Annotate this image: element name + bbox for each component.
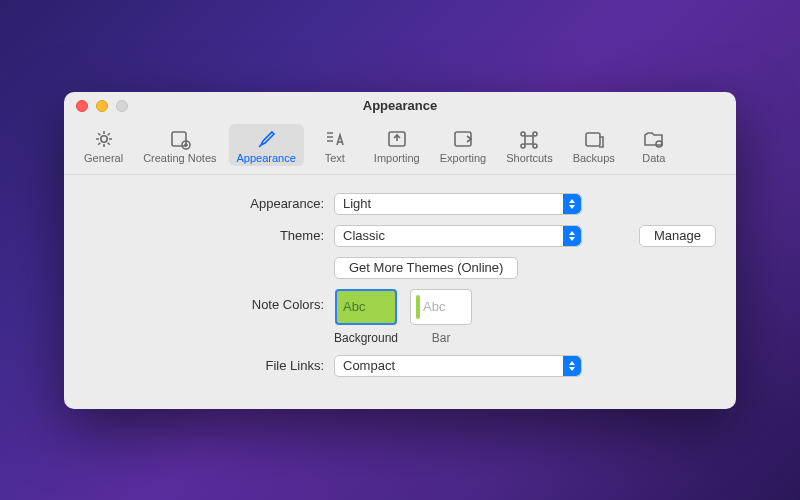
select-value: Classic: [343, 228, 385, 243]
svg-point-0: [100, 135, 106, 141]
tab-label: Creating Notes: [143, 152, 216, 164]
tab-backups[interactable]: Backups: [565, 124, 623, 166]
note-color-swatches: Abc Background Abc Bar: [334, 289, 706, 345]
note-plus-icon: [168, 128, 192, 150]
tab-creating-notes[interactable]: Creating Notes: [135, 124, 224, 166]
svg-point-7: [521, 144, 525, 148]
tab-label: Shortcuts: [506, 152, 552, 164]
tab-shortcuts[interactable]: Shortcuts: [498, 124, 560, 166]
appearance-label: Appearance:: [84, 196, 324, 211]
appearance-select[interactable]: Light: [334, 193, 582, 215]
select-value: Compact: [343, 358, 395, 373]
tab-label: Importing: [374, 152, 420, 164]
svg-point-10: [656, 141, 662, 147]
text-icon: [323, 128, 347, 150]
bar-color-swatch[interactable]: Abc: [410, 289, 472, 325]
tab-exporting[interactable]: Exporting: [432, 124, 494, 166]
theme-label: Theme:: [84, 228, 324, 243]
theme-select[interactable]: Classic: [334, 225, 582, 247]
swatch-label-background: Background: [334, 331, 398, 345]
backup-icon: [582, 128, 606, 150]
chevron-up-down-icon: [563, 226, 581, 246]
svg-point-8: [533, 144, 537, 148]
tab-importing[interactable]: Importing: [366, 124, 428, 166]
tab-label: General: [84, 152, 123, 164]
tab-label: Appearance: [237, 152, 296, 164]
paintbrush-icon: [254, 128, 278, 150]
select-value: Light: [343, 196, 371, 211]
note-colors-label: Note Colors:: [84, 289, 324, 312]
tab-appearance[interactable]: Appearance: [229, 124, 304, 166]
chevron-up-down-icon: [563, 356, 581, 376]
file-links-select[interactable]: Compact: [334, 355, 582, 377]
svg-point-6: [533, 132, 537, 136]
import-icon: [385, 128, 409, 150]
tab-label: Backups: [573, 152, 615, 164]
command-icon: [517, 128, 541, 150]
tab-text[interactable]: Text: [308, 124, 362, 166]
swatch-sample: Abc: [343, 299, 365, 314]
folder-gear-icon: [642, 128, 666, 150]
svg-rect-1: [172, 132, 186, 146]
tab-data[interactable]: Data: [627, 124, 681, 166]
file-links-label: File Links:: [84, 358, 324, 373]
window-title: Appearance: [64, 98, 736, 113]
chevron-up-down-icon: [563, 194, 581, 214]
manage-themes-button[interactable]: Manage: [639, 225, 716, 247]
swatch-sample: Abc: [423, 299, 445, 314]
svg-rect-9: [586, 133, 600, 146]
export-icon: [451, 128, 475, 150]
background-color-swatch[interactable]: Abc: [335, 289, 397, 325]
tab-label: Exporting: [440, 152, 486, 164]
tab-general[interactable]: General: [76, 124, 131, 166]
form-area: Appearance: Light Theme: Classic Manage …: [64, 175, 736, 395]
titlebar: Appearance: [64, 92, 736, 120]
preferences-toolbar: General Creating Notes Appearance Text I…: [64, 120, 736, 175]
get-more-themes-button[interactable]: Get More Themes (Online): [334, 257, 518, 279]
svg-point-5: [521, 132, 525, 136]
appearance-preferences-window: Appearance General Creating Notes Appear…: [64, 92, 736, 409]
tab-label: Data: [642, 152, 665, 164]
gear-icon: [92, 128, 116, 150]
svg-rect-4: [455, 132, 471, 146]
swatch-label-bar: Bar: [432, 331, 451, 345]
tab-label: Text: [325, 152, 345, 164]
